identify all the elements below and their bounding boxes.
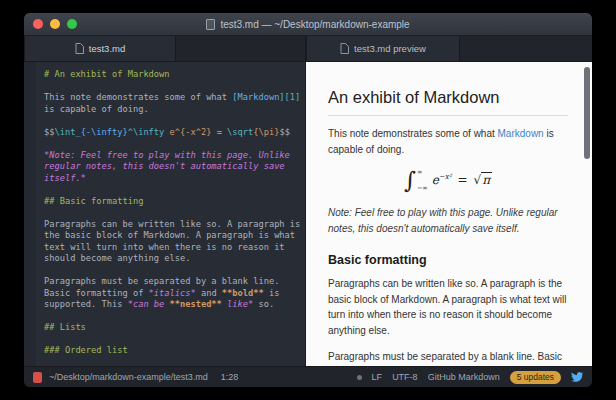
cursor-position[interactable]: 1:28 [221,372,239,382]
text-segment: **bold** [222,288,264,298]
window-title: test3.md — ~/Desktop/markdown-example [206,19,409,30]
status-bar: ~/Desktop/markdown-example/test3.md 1:28… [24,366,592,387]
integral-symbol: ∫ [404,169,416,192]
code-line [44,115,303,127]
preview-file-icon [340,43,349,54]
editor-pane[interactable]: # An exhibit of MarkdownThis note demons… [24,62,306,366]
code-line: ## Lists [44,322,303,334]
minimize-button[interactable] [50,19,60,29]
code-line [44,265,303,277]
text-segment: *italics* [149,288,196,298]
text-segment: ### Ordered list [44,345,128,355]
upper-limit: ∞ [417,168,422,176]
text-segment: supported. This [44,299,128,309]
text-segment: ## Lists [44,322,86,332]
text-segment: ## Basic formatting [44,196,143,206]
editor-gutter [24,62,36,366]
text-segment: so. [253,299,274,309]
preview-content: An exhibit of Markdown This note demonst… [306,62,592,366]
code-area[interactable]: # An exhibit of MarkdownThis note demons… [36,62,305,366]
text-segment: [Markdown] [232,92,284,102]
code-line: is capable of doing. [44,104,303,116]
text-segment: = [211,127,227,137]
pi-symbol: π [481,172,492,187]
main-content: # An exhibit of MarkdownThis note demons… [24,62,592,366]
code-line [44,138,303,150]
status-dot-icon [357,375,362,380]
lower-limit: −∞ [417,184,428,192]
tab-test3-md-preview[interactable]: test3.md preview [306,36,460,61]
code-line: This note demonstrates some of what [Mar… [44,92,303,104]
paragraph: Paragraphs can be written like so. A par… [328,276,568,338]
equals-sign: = [457,173,467,187]
text-segment: like* [222,299,253,309]
text-segment: Paragraphs can be written like so. A par… [44,219,300,229]
integral-limits: ∞ −∞ [417,168,428,192]
text-segment: $$ [279,127,289,137]
tab-label: test3.md preview [354,43,426,54]
close-button[interactable] [33,19,43,29]
tab-test3-md[interactable]: test3.md [24,36,176,61]
code-line: the basic block of Markdown. A paragraph… [44,230,303,242]
encoding-indicator[interactable]: UTF-8 [392,372,418,382]
text-segment: \int_ [54,127,80,137]
text-segment: the basic block of Markdown. A paragraph… [44,230,295,240]
math-base: e−x² [432,173,452,187]
code-line: ## Basic formatting [44,196,303,208]
preview-heading-2: Basic formatting [328,253,568,267]
code-line: text will turn into when there is no rea… [44,242,303,254]
text-segment: This note demonstrates some of what [328,128,498,139]
traffic-lights [33,19,77,29]
twitter-icon[interactable] [571,371,583,383]
text-segment: itself.* [44,173,86,183]
text-segment: # An exhibit of Markdown [44,69,170,79]
left-tab-strip: test3.md [24,36,306,61]
code-line [44,207,303,219]
status-bar-left: ~/Desktop/markdown-example/test3.md 1:28 [33,372,357,383]
text-segment: {-\infty} [81,127,128,137]
markdown-link[interactable]: Markdown [498,128,544,139]
code-line [44,334,303,346]
text-segment: and [196,288,222,298]
text-segment: Basic formatting of [44,288,149,298]
status-bar-right: LF UTF-8 GitHub Markdown 5 updates [357,371,583,384]
text-segment: text will turn into when there is no rea… [44,242,285,252]
line-ending-indicator[interactable]: LF [372,372,383,382]
red-file-icon [33,372,42,383]
code-line: Paragraphs can be written like so. A par… [44,219,303,231]
code-line [44,311,303,323]
square-root: √π [474,173,493,187]
markdown-file-icon [75,43,84,54]
right-tab-strip: test3.md preview [306,36,592,61]
code-line: Paragraphs must be separated by a blank … [44,276,303,288]
text-segment: ^\infty [128,127,165,137]
window-title-text: test3.md — ~/Desktop/markdown-example [220,19,409,30]
text-segment: is capable of doing. [44,104,149,114]
code-line: supported. This *can be **nested** like*… [44,299,303,311]
updates-badge[interactable]: 5 updates [510,371,561,384]
grammar-indicator[interactable]: GitHub Markdown [428,372,500,382]
tab-label: test3.md [89,43,125,54]
code-line [44,81,303,93]
text-segment: \sqrt [227,127,253,137]
text-segment: [1] [285,92,301,102]
text-segment: {\pi} [253,127,279,137]
text-segment: should become anything else. [44,253,190,263]
preview-scrollbar-thumb[interactable] [584,67,590,159]
preview-pane: An exhibit of Markdown This note demonst… [306,62,592,366]
text-segment: **nested** [170,299,222,309]
tab-bar: test3.md test3.md preview [24,36,592,62]
math-exponent: −x² [439,173,452,181]
intro-paragraph: This note demonstrates some of what Mark… [328,126,568,157]
text-segment: $$ [44,127,54,137]
file-path[interactable]: ~/Desktop/markdown-example/test3.md [49,372,208,382]
code-line: itself.* [44,173,303,185]
code-line: ### Ordered list [44,345,303,357]
code-line: # An exhibit of Markdown [44,69,303,81]
text-segment: This note demonstrates some of what [44,92,232,102]
zoom-button[interactable] [67,19,77,29]
title-bar[interactable]: test3.md — ~/Desktop/markdown-example [24,13,592,36]
text-segment: regular notes, this doesn't automaticall… [44,161,285,171]
code-line [44,184,303,196]
text-segment: e^{-x^2} [170,127,212,137]
